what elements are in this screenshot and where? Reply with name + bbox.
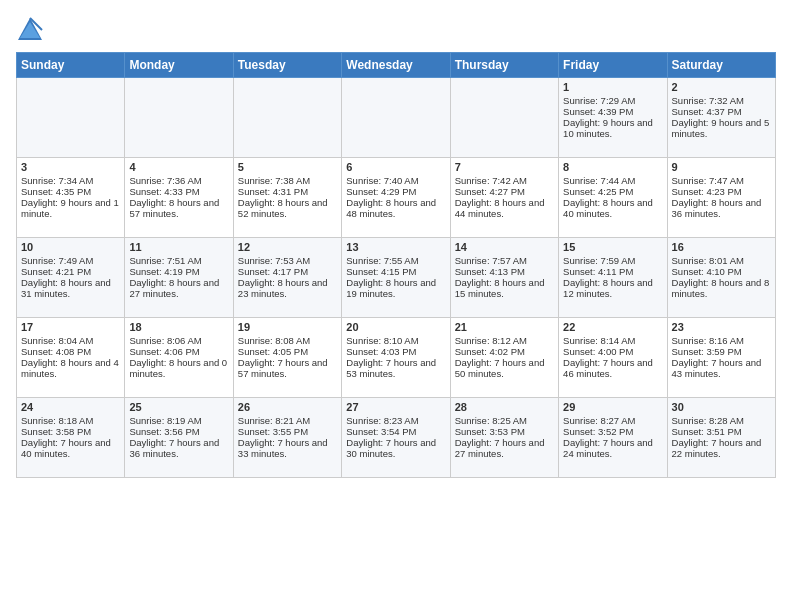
- sunrise-text: Sunrise: 7:44 AM: [563, 175, 662, 186]
- sunset-text: Sunset: 4:25 PM: [563, 186, 662, 197]
- daylight-text: Daylight: 8 hours and 44 minutes.: [455, 197, 554, 219]
- sunset-text: Sunset: 4:37 PM: [672, 106, 771, 117]
- sunrise-text: Sunrise: 8:01 AM: [672, 255, 771, 266]
- day-number: 18: [129, 321, 228, 333]
- day-number: 8: [563, 161, 662, 173]
- sunset-text: Sunset: 3:52 PM: [563, 426, 662, 437]
- logo-icon: [16, 16, 44, 44]
- day-number: 20: [346, 321, 445, 333]
- sunset-text: Sunset: 4:11 PM: [563, 266, 662, 277]
- calendar-header-thursday: Thursday: [450, 53, 558, 78]
- calendar-cell: 24Sunrise: 8:18 AMSunset: 3:58 PMDayligh…: [17, 398, 125, 478]
- calendar-cell: 9Sunrise: 7:47 AMSunset: 4:23 PMDaylight…: [667, 158, 775, 238]
- calendar-cell: 6Sunrise: 7:40 AMSunset: 4:29 PMDaylight…: [342, 158, 450, 238]
- sunset-text: Sunset: 4:33 PM: [129, 186, 228, 197]
- day-number: 29: [563, 401, 662, 413]
- sunset-text: Sunset: 4:23 PM: [672, 186, 771, 197]
- calendar-cell: 28Sunrise: 8:25 AMSunset: 3:53 PMDayligh…: [450, 398, 558, 478]
- sunset-text: Sunset: 4:35 PM: [21, 186, 120, 197]
- day-number: 4: [129, 161, 228, 173]
- calendar-cell: 4Sunrise: 7:36 AMSunset: 4:33 PMDaylight…: [125, 158, 233, 238]
- calendar-header-saturday: Saturday: [667, 53, 775, 78]
- day-number: 6: [346, 161, 445, 173]
- day-number: 1: [563, 81, 662, 93]
- daylight-text: Daylight: 7 hours and 27 minutes.: [455, 437, 554, 459]
- sunrise-text: Sunrise: 7:57 AM: [455, 255, 554, 266]
- day-number: 27: [346, 401, 445, 413]
- calendar-cell: 25Sunrise: 8:19 AMSunset: 3:56 PMDayligh…: [125, 398, 233, 478]
- day-number: 2: [672, 81, 771, 93]
- calendar-header-wednesday: Wednesday: [342, 53, 450, 78]
- calendar-cell: [125, 78, 233, 158]
- page-header: [16, 16, 776, 44]
- calendar-header-monday: Monday: [125, 53, 233, 78]
- day-number: 21: [455, 321, 554, 333]
- calendar-cell: 22Sunrise: 8:14 AMSunset: 4:00 PMDayligh…: [559, 318, 667, 398]
- calendar-cell: 15Sunrise: 7:59 AMSunset: 4:11 PMDayligh…: [559, 238, 667, 318]
- daylight-text: Daylight: 8 hours and 4 minutes.: [21, 357, 120, 379]
- calendar-week-5: 24Sunrise: 8:18 AMSunset: 3:58 PMDayligh…: [17, 398, 776, 478]
- daylight-text: Daylight: 8 hours and 23 minutes.: [238, 277, 337, 299]
- sunset-text: Sunset: 3:53 PM: [455, 426, 554, 437]
- daylight-text: Daylight: 8 hours and 12 minutes.: [563, 277, 662, 299]
- sunset-text: Sunset: 4:17 PM: [238, 266, 337, 277]
- daylight-text: Daylight: 8 hours and 8 minutes.: [672, 277, 771, 299]
- calendar-cell: [233, 78, 341, 158]
- calendar-cell: 8Sunrise: 7:44 AMSunset: 4:25 PMDaylight…: [559, 158, 667, 238]
- daylight-text: Daylight: 7 hours and 22 minutes.: [672, 437, 771, 459]
- day-number: 5: [238, 161, 337, 173]
- day-number: 24: [21, 401, 120, 413]
- day-number: 30: [672, 401, 771, 413]
- daylight-text: Daylight: 7 hours and 30 minutes.: [346, 437, 445, 459]
- sunset-text: Sunset: 3:58 PM: [21, 426, 120, 437]
- day-number: 9: [672, 161, 771, 173]
- sunrise-text: Sunrise: 7:38 AM: [238, 175, 337, 186]
- calendar-week-4: 17Sunrise: 8:04 AMSunset: 4:08 PMDayligh…: [17, 318, 776, 398]
- daylight-text: Daylight: 7 hours and 33 minutes.: [238, 437, 337, 459]
- sunset-text: Sunset: 4:06 PM: [129, 346, 228, 357]
- calendar-cell: 12Sunrise: 7:53 AMSunset: 4:17 PMDayligh…: [233, 238, 341, 318]
- calendar-cell: 13Sunrise: 7:55 AMSunset: 4:15 PMDayligh…: [342, 238, 450, 318]
- sunset-text: Sunset: 3:51 PM: [672, 426, 771, 437]
- daylight-text: Daylight: 9 hours and 5 minutes.: [672, 117, 771, 139]
- day-number: 3: [21, 161, 120, 173]
- daylight-text: Daylight: 8 hours and 52 minutes.: [238, 197, 337, 219]
- calendar-week-2: 3Sunrise: 7:34 AMSunset: 4:35 PMDaylight…: [17, 158, 776, 238]
- daylight-text: Daylight: 9 hours and 1 minute.: [21, 197, 120, 219]
- sunset-text: Sunset: 4:39 PM: [563, 106, 662, 117]
- sunrise-text: Sunrise: 8:27 AM: [563, 415, 662, 426]
- sunset-text: Sunset: 4:05 PM: [238, 346, 337, 357]
- calendar-week-3: 10Sunrise: 7:49 AMSunset: 4:21 PMDayligh…: [17, 238, 776, 318]
- daylight-text: Daylight: 8 hours and 48 minutes.: [346, 197, 445, 219]
- sunrise-text: Sunrise: 7:59 AM: [563, 255, 662, 266]
- calendar-cell: 16Sunrise: 8:01 AMSunset: 4:10 PMDayligh…: [667, 238, 775, 318]
- day-number: 17: [21, 321, 120, 333]
- daylight-text: Daylight: 7 hours and 57 minutes.: [238, 357, 337, 379]
- sunset-text: Sunset: 4:00 PM: [563, 346, 662, 357]
- calendar-week-1: 1Sunrise: 7:29 AMSunset: 4:39 PMDaylight…: [17, 78, 776, 158]
- day-number: 26: [238, 401, 337, 413]
- daylight-text: Daylight: 7 hours and 40 minutes.: [21, 437, 120, 459]
- sunset-text: Sunset: 4:15 PM: [346, 266, 445, 277]
- day-number: 14: [455, 241, 554, 253]
- sunrise-text: Sunrise: 8:08 AM: [238, 335, 337, 346]
- sunrise-text: Sunrise: 8:23 AM: [346, 415, 445, 426]
- calendar-cell: 7Sunrise: 7:42 AMSunset: 4:27 PMDaylight…: [450, 158, 558, 238]
- calendar-cell: 17Sunrise: 8:04 AMSunset: 4:08 PMDayligh…: [17, 318, 125, 398]
- sunrise-text: Sunrise: 8:21 AM: [238, 415, 337, 426]
- sunrise-text: Sunrise: 8:28 AM: [672, 415, 771, 426]
- calendar-cell: 11Sunrise: 7:51 AMSunset: 4:19 PMDayligh…: [125, 238, 233, 318]
- sunrise-text: Sunrise: 7:36 AM: [129, 175, 228, 186]
- sunset-text: Sunset: 3:54 PM: [346, 426, 445, 437]
- sunset-text: Sunset: 3:56 PM: [129, 426, 228, 437]
- daylight-text: Daylight: 8 hours and 15 minutes.: [455, 277, 554, 299]
- daylight-text: Daylight: 9 hours and 10 minutes.: [563, 117, 662, 139]
- day-number: 7: [455, 161, 554, 173]
- sunrise-text: Sunrise: 8:18 AM: [21, 415, 120, 426]
- calendar-header-friday: Friday: [559, 53, 667, 78]
- sunrise-text: Sunrise: 8:10 AM: [346, 335, 445, 346]
- sunrise-text: Sunrise: 7:32 AM: [672, 95, 771, 106]
- daylight-text: Daylight: 8 hours and 31 minutes.: [21, 277, 120, 299]
- day-number: 28: [455, 401, 554, 413]
- sunrise-text: Sunrise: 8:14 AM: [563, 335, 662, 346]
